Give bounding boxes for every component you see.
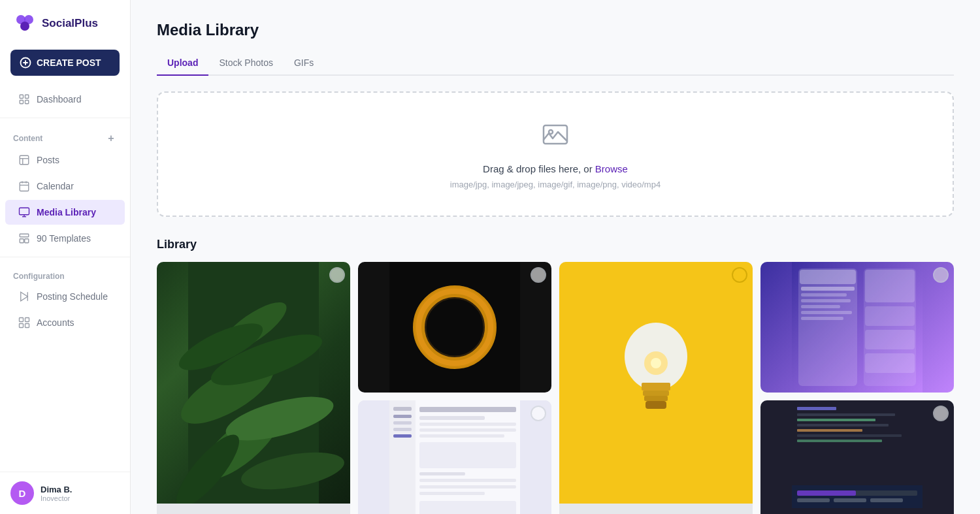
svg-rect-78	[419, 428, 516, 432]
sidebar-item-posts[interactable]: Posts	[5, 148, 125, 172]
library-title: Library	[157, 238, 954, 251]
svg-rect-74	[393, 434, 412, 438]
media-grid	[157, 262, 954, 514]
svg-rect-66	[865, 353, 915, 373]
svg-rect-101	[834, 498, 866, 502]
sidebar-item-templates-label: 90 Templates	[37, 233, 91, 244]
svg-rect-85	[419, 501, 516, 514]
sidebar-item-calendar-label: Calendar	[37, 181, 74, 191]
media-item-3[interactable]	[559, 262, 753, 514]
page-title: Media Library	[157, 21, 954, 39]
svg-rect-56	[801, 287, 855, 291]
main-content: Media Library Upload Stock Photos GIFs D…	[131, 0, 980, 514]
svg-rect-6	[20, 95, 23, 98]
svg-rect-80	[419, 442, 516, 468]
sidebar-item-dashboard[interactable]: Dashboard	[5, 87, 125, 112]
svg-rect-58	[801, 299, 851, 302]
media-checkbox-3[interactable]	[732, 267, 747, 283]
posts-icon	[18, 154, 30, 166]
plus-circle-icon	[20, 57, 31, 69]
upload-image-icon	[540, 119, 571, 150]
svg-rect-89	[797, 419, 875, 421]
content-section-label: Content +	[0, 123, 130, 147]
svg-rect-91	[797, 429, 862, 432]
sidebar-item-media-library[interactable]: Media Library	[5, 200, 125, 225]
config-section-label: Configuration	[0, 263, 130, 283]
svg-rect-71	[393, 415, 412, 418]
media-item-6[interactable]	[760, 400, 954, 514]
upload-formats: image/jpg, image/jpeg, image/gif, image/…	[171, 180, 939, 189]
svg-rect-10	[20, 155, 29, 165]
media-checkbox-2[interactable]	[531, 267, 546, 283]
svg-rect-72	[393, 421, 412, 425]
media-checkbox-1[interactable]	[329, 267, 345, 283]
svg-rect-73	[393, 428, 412, 431]
user-company: Inovector	[41, 494, 72, 502]
svg-rect-13	[20, 182, 29, 191]
media-checkbox-5[interactable]	[531, 406, 546, 421]
svg-rect-102	[870, 498, 903, 502]
media-item-4[interactable]	[760, 262, 954, 393]
logo[interactable]: SocialPlus	[0, 0, 130, 47]
create-post-button[interactable]: CREATE POST	[10, 50, 120, 76]
avatar: D	[10, 481, 34, 505]
svg-rect-64	[865, 306, 915, 326]
calendar-icon	[18, 180, 30, 192]
svg-rect-93	[797, 440, 882, 442]
upload-instruction: Drag & drop files here, or Browse	[171, 163, 939, 174]
nav-divider-1	[0, 118, 130, 118]
svg-rect-22	[25, 239, 29, 243]
svg-rect-84	[419, 492, 485, 495]
svg-rect-99	[797, 490, 856, 496]
svg-rect-76	[419, 416, 485, 420]
svg-point-2	[20, 22, 29, 31]
svg-rect-79	[419, 434, 504, 438]
app-name: SocialPlus	[42, 17, 98, 30]
svg-rect-7	[25, 95, 29, 98]
svg-rect-49	[644, 396, 668, 401]
sidebar-item-posting-schedule[interactable]: Posting Schedule	[5, 284, 125, 309]
media-checkbox-4[interactable]	[933, 267, 949, 283]
svg-rect-65	[865, 330, 915, 349]
svg-rect-92	[797, 434, 902, 437]
svg-rect-50	[645, 401, 666, 409]
svg-rect-82	[419, 479, 516, 482]
svg-rect-81	[419, 472, 465, 475]
user-name: Dima B.	[41, 485, 72, 494]
content-add-button[interactable]: +	[105, 133, 117, 144]
dashboard-icon	[18, 93, 30, 105]
media-item-2[interactable]	[358, 262, 551, 393]
svg-rect-55	[800, 270, 856, 284]
tab-upload[interactable]: Upload	[157, 52, 208, 76]
media-item-1[interactable]	[157, 262, 350, 514]
svg-rect-70	[393, 407, 412, 411]
svg-rect-60	[801, 311, 852, 314]
browse-link[interactable]: Browse	[595, 163, 628, 174]
media-item-5[interactable]	[358, 400, 551, 514]
sidebar-item-calendar[interactable]: Calendar	[5, 174, 125, 199]
sidebar-item-schedule-label: Posting Schedule	[37, 291, 108, 302]
svg-rect-77	[419, 423, 516, 426]
sidebar-item-templates[interactable]: 90 Templates	[5, 226, 125, 251]
svg-rect-88	[797, 413, 895, 416]
tab-stock-photos[interactable]: Stock Photos	[208, 52, 284, 76]
media-checkbox-6[interactable]	[933, 406, 949, 421]
templates-icon	[18, 233, 30, 244]
nav-divider-2	[0, 257, 130, 257]
svg-rect-100	[797, 498, 830, 502]
sidebar-item-accounts[interactable]: Accounts	[5, 310, 125, 335]
user-profile[interactable]: D Dima B. Inovector	[0, 472, 130, 514]
sidebar-item-accounts-label: Accounts	[37, 317, 74, 328]
schedule-icon	[18, 291, 30, 302]
upload-dropzone[interactable]: Drag & drop files here, or Browse image/…	[157, 91, 954, 217]
svg-rect-20	[20, 234, 29, 237]
svg-rect-17	[20, 208, 29, 215]
svg-rect-90	[797, 424, 889, 426]
sidebar: SocialPlus CREATE POST Dashboard Content…	[0, 0, 131, 514]
svg-rect-9	[25, 101, 29, 104]
svg-rect-59	[801, 305, 840, 308]
media-tabs: Upload Stock Photos GIFs	[157, 52, 954, 76]
svg-rect-28	[25, 324, 29, 328]
svg-rect-75	[419, 407, 516, 412]
tab-gifs[interactable]: GIFs	[284, 52, 324, 76]
